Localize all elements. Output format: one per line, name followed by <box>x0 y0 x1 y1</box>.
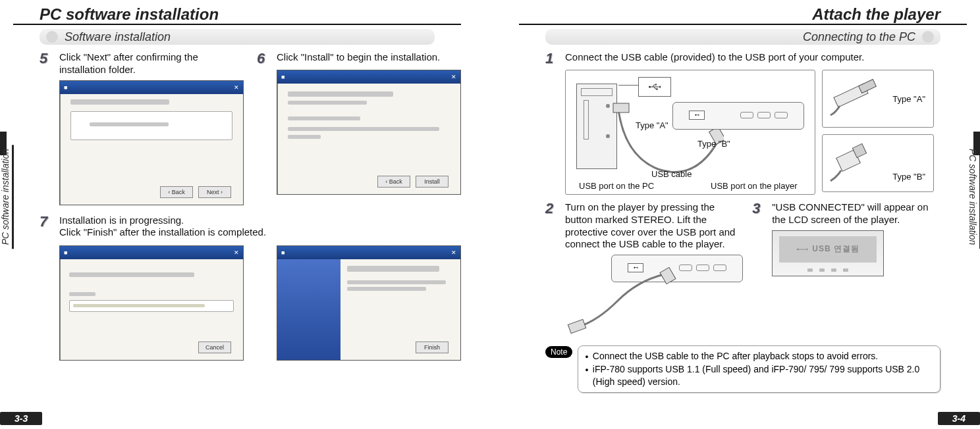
content-left: 5 Click "Next" after confirming the inst… <box>13 51 461 370</box>
step-2: 2 Turn on the player by pressing the but… <box>545 201 743 251</box>
note-item: Connect the USB cable to the PC after pl… <box>593 350 878 363</box>
svg-rect-1 <box>655 84 657 86</box>
page-title: Attach the player <box>519 0 967 25</box>
step-text: Installation is in progressing. Click "F… <box>59 214 266 240</box>
step-number: 2 <box>545 201 560 216</box>
section-bar: Connecting to the PC <box>545 29 940 45</box>
step-1: 1 Connect the USB cable (provided) to th… <box>545 51 940 66</box>
label-usb-port-player: USB port on the player <box>711 181 798 191</box>
step-number: 3 <box>752 201 767 216</box>
section-label: Connecting to the PC <box>803 30 915 44</box>
diagram-connector-type-b: Type "B" <box>822 134 934 192</box>
step-text: Click "Install" to begin the installatio… <box>277 51 440 64</box>
section-bar: Software installation <box>40 29 435 45</box>
diagram-usb-connection: ⊷ Type "A" Type "B" USB cable USB port o… <box>565 70 815 195</box>
label-usb-cable: USB cable <box>651 169 692 179</box>
page-number-right: 3-4 <box>938 412 980 425</box>
page-left: PC software installation PC software ins… <box>0 0 474 429</box>
step-text: "USB CONNECTED" will appear on the LCD s… <box>772 201 940 226</box>
usb-trident-icon <box>648 83 661 91</box>
side-tab-right: PC software installation <box>966 145 980 249</box>
page-number-left: 3-3 <box>0 412 42 425</box>
usb-trident-icon <box>796 245 808 254</box>
label-type-b-box: Type "B" <box>892 172 925 182</box>
section-dot-icon <box>46 31 58 43</box>
page-title: PC software installation <box>13 0 461 25</box>
step-5: 5 Click "Next" after confirming the inst… <box>40 51 244 76</box>
label-type-a-box: Type "A" <box>892 94 925 104</box>
page-right: PC software installation Attach the play… <box>506 0 980 429</box>
label-type-b: Type "B" <box>697 139 730 149</box>
step-text: Connect the USB cable (provided) to the … <box>565 51 864 64</box>
label-usb-port-pc: USB port on the PC <box>579 181 654 191</box>
note-item: iFP-780 supports USB 1.1 (Full speed) an… <box>593 363 933 388</box>
step-number: 5 <box>40 51 54 66</box>
installer-screenshot-finish: ■✕ Finish <box>277 245 461 361</box>
lcd-screen: USB 연결됨 <box>772 230 884 276</box>
section-label: Software installation <box>65 30 171 44</box>
installer-screenshot-progress: ■✕ Cancel <box>59 245 244 361</box>
note-label: Note <box>545 346 572 358</box>
svg-rect-10 <box>660 267 676 284</box>
player-illustration: ⊷ <box>672 102 804 130</box>
step-number: 6 <box>257 51 271 66</box>
section-dot-icon <box>922 31 934 43</box>
step-number: 7 <box>40 214 54 229</box>
note-box: Note Connect the USB cable to the PC aft… <box>545 345 940 393</box>
lcd-text: USB 연결됨 <box>812 243 859 255</box>
diagram-connector-type-a: Type "A" <box>822 70 934 128</box>
step-text: Turn on the player by pressing the butto… <box>565 201 743 251</box>
installer-screenshot-install: ■✕ ‹ Back Install <box>277 70 461 195</box>
step-3: 3 "USB CONNECTED" will appear on the LCD… <box>752 201 940 226</box>
step-7: 7 Installation is in progressing. Click … <box>40 214 435 240</box>
content-right: 1 Connect the USB cable (provided) to th… <box>519 51 967 340</box>
step-number: 1 <box>545 51 560 66</box>
svg-rect-3 <box>613 103 629 113</box>
installer-screenshot-folder: ■✕ ‹ Back Next › <box>59 80 244 205</box>
side-tab-left: PC software installation <box>0 145 14 249</box>
svg-point-2 <box>656 88 658 90</box>
step-text: Click "Next" after confirming the instal… <box>59 51 244 76</box>
diagram-player-connect: ⊷ <box>565 255 743 340</box>
step-6: 6 Click "Install" to begin the installat… <box>257 51 461 66</box>
svg-rect-9 <box>568 319 585 333</box>
label-type-a: Type "A" <box>636 120 668 130</box>
